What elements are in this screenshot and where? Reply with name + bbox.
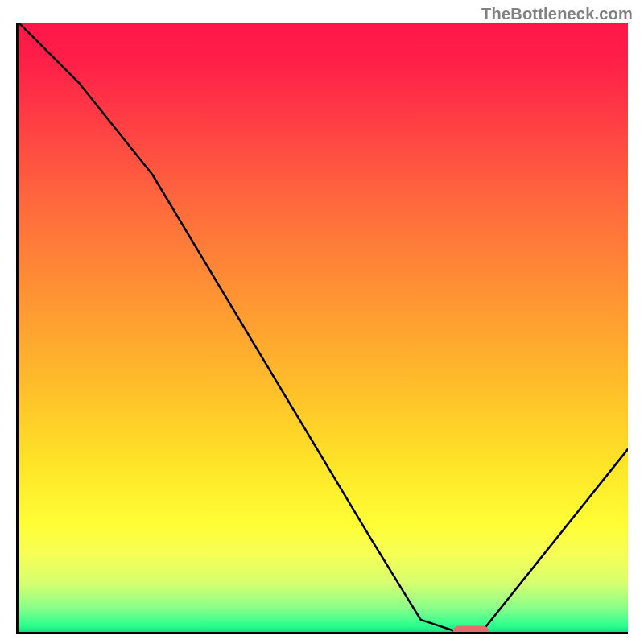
chart-plot-area (16, 23, 628, 634)
optimal-point-marker (453, 626, 489, 634)
attribution-label: TheBottleneck.com (481, 5, 633, 23)
bottleneck-curve (19, 23, 628, 632)
